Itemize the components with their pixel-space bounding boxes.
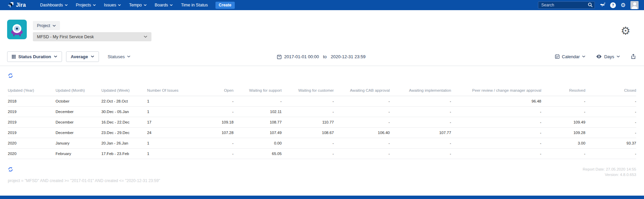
nav-right-group: ? ⚙ <box>538 1 639 9</box>
version-text: Version: 4.8.0.653 <box>583 172 636 177</box>
column-header: Updated (Year) <box>8 84 56 96</box>
user-avatar[interactable] <box>630 1 639 9</box>
table-cell: 2018 <box>8 96 56 107</box>
nav-item-label: Boards <box>155 3 168 7</box>
table-cell: - <box>451 107 541 117</box>
table-cell: 17 <box>147 117 191 128</box>
scope-label: Project <box>37 23 50 28</box>
project-select[interactable]: MFSD - My First Service Desk <box>33 32 151 41</box>
column-header: Awaiting CAB approval <box>334 84 390 96</box>
table-row: 2019December23.Dec - 29.Dec24107.28107.4… <box>8 128 636 138</box>
megaphone-icon[interactable] <box>600 2 605 9</box>
table-cell: 1 <box>147 138 191 149</box>
date-range-picker[interactable]: 2017-01-01 00:00 to 2020-12-31 23:59 <box>277 47 366 66</box>
date-from: 2017-01-01 00:00 <box>284 54 319 59</box>
table-cell: - <box>390 117 451 128</box>
nav-item-boards[interactable]: Boards <box>151 0 177 10</box>
refresh-icon[interactable] <box>8 73 13 79</box>
table-cell: - <box>334 107 390 117</box>
report-settings-gear-icon[interactable]: ⚙ <box>621 25 630 36</box>
report-toolbar: Status Duration Average Statuses 2017-01… <box>0 47 644 66</box>
jira-logo-icon <box>7 1 14 9</box>
nav-item-tempo[interactable]: Tempo <box>125 0 151 10</box>
table-cell: - <box>585 96 636 107</box>
table-cell: - <box>541 96 585 107</box>
time-unit-dropdown[interactable]: Days <box>596 54 620 59</box>
scope-selector[interactable]: Project <box>33 21 60 30</box>
table-cell: 109.49 <box>541 117 585 128</box>
chevron-down-icon <box>54 56 57 58</box>
table-cell: 1 <box>147 107 191 117</box>
table-cell: - <box>390 138 451 149</box>
table-cell: 108.77 <box>233 117 282 128</box>
eye-icon <box>596 54 602 59</box>
table-row: 2020February17.Feb - 23.Feb1-65.05------ <box>8 149 636 159</box>
column-header: Resolved <box>541 84 585 96</box>
table-cell: 23.Dec - 29.Dec <box>101 128 147 138</box>
bottom-bar <box>0 196 644 199</box>
table-cell: 30.Dec - 05.Jan <box>101 107 147 117</box>
table-cell: 109.18 <box>191 117 233 128</box>
table-cell: - <box>191 149 233 159</box>
table-cell: 96.48 <box>451 96 541 107</box>
table-cell: - <box>390 149 451 159</box>
table-row: 2019December30.Dec - 05.Jan1-102.11-----… <box>8 107 636 117</box>
table-cell: - <box>390 107 451 117</box>
table-cell: 1 <box>147 149 191 159</box>
table-cell: 0.00 <box>233 138 282 149</box>
table-cell: - <box>334 149 390 159</box>
project-select-value: MFSD - My First Service Desk <box>37 35 94 39</box>
chevron-down-icon <box>582 56 585 58</box>
grid-icon <box>12 55 16 59</box>
table-cell: 107.28 <box>191 128 233 138</box>
table-cell: - <box>390 96 451 107</box>
table-cell: - <box>334 117 390 128</box>
column-header: Number Of Issues <box>147 84 191 96</box>
table-cell: 2020 <box>8 149 56 159</box>
column-header: Open <box>191 84 233 96</box>
column-header: Closed <box>585 84 636 96</box>
help-icon[interactable]: ? <box>610 2 616 8</box>
table-cell: - <box>191 107 233 117</box>
table-cell: 1 <box>147 96 191 107</box>
table-row: 2020January20.Jan - 26.Jan1-0.00----3.00… <box>8 138 636 149</box>
column-header: Updated (Month) <box>56 84 101 96</box>
table-cell: - <box>191 138 233 149</box>
gear-icon[interactable]: ⚙ <box>621 2 626 8</box>
statuses-dropdown[interactable]: Statuses <box>108 54 131 59</box>
nav-item-label: Time in Status <box>181 3 208 7</box>
calendar-dropdown[interactable]: Calendar <box>555 54 586 59</box>
report-type-button[interactable]: Status Duration <box>7 51 62 62</box>
table-cell: 22.Oct - 28.Oct <box>101 96 147 107</box>
table-cell: - <box>585 117 636 128</box>
create-button[interactable]: Create <box>215 2 235 9</box>
nav-item-time-in-status[interactable]: Time in Status <box>177 0 212 10</box>
export-icon[interactable] <box>631 54 636 59</box>
table-cell: 2020 <box>8 138 56 149</box>
column-header: Waiting for support <box>233 84 282 96</box>
nav-item-issues[interactable]: Issues <box>100 0 125 10</box>
chevron-down-icon <box>127 56 130 58</box>
table-cell: December <box>56 117 101 128</box>
search-box <box>538 1 595 9</box>
table-cell: - <box>451 138 541 149</box>
aggregation-button[interactable]: Average <box>66 51 99 62</box>
table-cell: - <box>334 96 390 107</box>
search-input[interactable] <box>538 1 595 9</box>
table-cell: 2019 <box>8 107 56 117</box>
column-header: Updated (Week) <box>101 84 147 96</box>
search-icon[interactable] <box>588 2 593 9</box>
table-header-row: Updated (Year)Updated (Month)Updated (We… <box>8 84 636 96</box>
nav-item-projects[interactable]: Projects <box>72 0 100 10</box>
nav-item-dashboards[interactable]: Dashboards <box>36 0 71 10</box>
nav-item-label: Dashboards <box>40 3 63 7</box>
aggregation-label: Average <box>71 54 88 59</box>
table-cell: 3.00 <box>541 138 585 149</box>
table-cell: - <box>282 96 334 107</box>
table-cell: 107.77 <box>390 128 451 138</box>
jira-logo[interactable]: Jira <box>7 1 26 9</box>
project-avatar <box>7 20 27 39</box>
date-to: 2020-12-31 23:59 <box>331 54 366 59</box>
refresh-icon[interactable] <box>8 167 160 172</box>
table-row: 2019December16.Dec - 22.Dec17109.18108.7… <box>8 117 636 128</box>
